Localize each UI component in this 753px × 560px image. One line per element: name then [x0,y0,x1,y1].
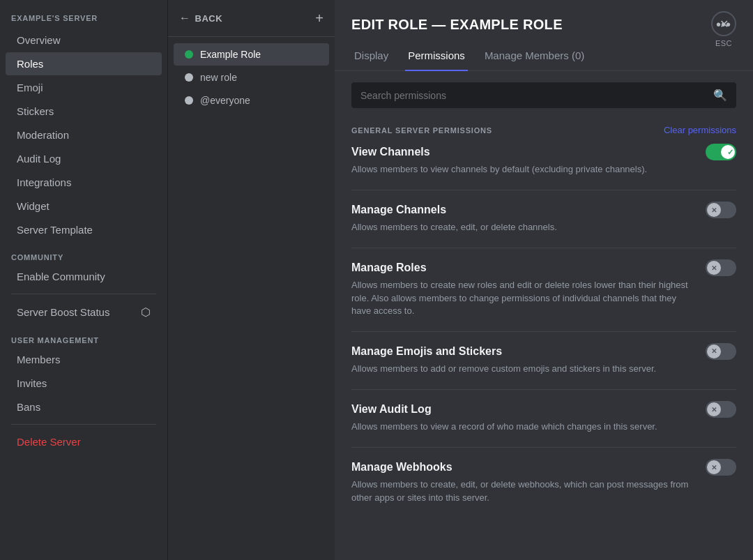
toggle-view-channels[interactable]: ✓ [706,144,736,160]
tab-manage-members[interactable]: Manage Members (0) [482,41,587,71]
permission-row-view-channels: View Channels ✓ [351,144,736,160]
role-item-example-role[interactable]: Example Role [174,43,329,66]
tabs: Display Permissions Manage Members (0) [335,41,753,71]
main-header: EDIT ROLE — EXAMPLE ROLE ••• [335,0,753,36]
user-management-section-label: User Management [0,325,167,347]
role-item-new-role[interactable]: new role [174,66,329,89]
sidebar-divider [11,294,156,294]
permission-row-view-audit: View Audit Log ✕ [351,401,736,418]
clear-permissions-button[interactable]: Clear permissions [664,125,736,135]
sidebar-item-overview[interactable]: Overview [6,29,162,52]
back-button[interactable]: ← BACK [179,12,222,24]
role-list: Example Role new role @everyone [168,37,335,118]
sidebar-item-emoji[interactable]: Emoji [6,76,162,99]
sidebar: Example's Server Overview Roles Emoji St… [0,0,167,560]
toggle-knob-x: ✕ [707,203,721,217]
permissions-content: General Server Permissions Clear permiss… [335,125,753,535]
sidebar-item-bans[interactable]: Bans [6,395,162,418]
permission-name-manage-roles: Manage Roles [351,262,427,274]
sidebar-item-stickers[interactable]: Stickers [6,100,162,123]
toggle-knob-roles-x: ✕ [707,261,721,275]
sidebar-item-widget[interactable]: Widget [6,195,162,218]
permission-row-manage-channels: Manage Channels ✕ [351,202,736,218]
sidebar-item-members[interactable]: Members [6,348,162,371]
permission-manage-emojis: Manage Emojis and Stickers ✕ Allows memb… [351,343,736,375]
toggle-manage-webhooks[interactable]: ✕ [706,459,736,476]
divider-1 [351,190,736,190]
permission-name-manage-webhooks: Manage Webhooks [351,461,452,474]
permission-desc-view-channels: Allows members to view channels by defau… [351,163,736,176]
back-arrow-icon: ← [179,12,191,24]
general-permissions-section-header: General Server Permissions Clear permiss… [351,125,736,135]
close-icon[interactable]: ✕ [711,11,736,36]
search-container: 🔍 [335,71,753,114]
sidebar-item-enable-community[interactable]: Enable Community [6,265,162,288]
tab-display[interactable]: Display [351,41,391,71]
search-bar: 🔍 [351,82,736,108]
toggle-manage-channels[interactable]: ✕ [706,202,736,218]
roles-header: ← BACK + [168,0,335,37]
permission-row-manage-emojis: Manage Emojis and Stickers ✕ [351,343,736,360]
permission-view-channels: View Channels ✓ Allows members to view c… [351,144,736,176]
delete-server-button[interactable]: Delete Server [6,430,162,453]
toggle-manage-roles[interactable]: ✕ [706,259,736,276]
permission-view-audit-log: View Audit Log ✕ Allows members to view … [351,401,736,433]
search-input[interactable] [360,90,708,101]
toggle-knob-webhooks-x: ✕ [707,460,721,474]
permission-name-manage-channels: Manage Channels [351,204,446,216]
divider-4 [351,389,736,390]
role-dot-new [185,73,193,82]
divider-5 [351,447,736,448]
add-role-button[interactable]: + [315,11,324,25]
permission-name-view-channels: View Channels [351,146,430,158]
permission-manage-channels: Manage Channels ✕ Allows members to crea… [351,202,736,234]
toggle-view-audit[interactable]: ✕ [706,401,736,418]
sidebar-item-server-template[interactable]: Server Template [6,218,162,241]
sidebar-item-invites[interactable]: Invites [6,372,162,395]
permission-row-manage-webhooks: Manage Webhooks ✕ [351,459,736,476]
permission-desc-manage-emojis: Allows members to add or remove custom e… [351,363,736,375]
sidebar-item-moderation[interactable]: Moderation [6,123,162,146]
sidebar-item-boost-status[interactable]: Server Boost Status ⬡ [6,300,162,324]
sidebar-item-audit-log[interactable]: Audit Log [6,147,162,170]
sidebar-item-roles[interactable]: Roles [6,52,162,75]
boost-icon: ⬡ [141,305,151,319]
permission-desc-view-audit: Allows members to view a record of who m… [351,421,736,433]
permission-name-view-audit: View Audit Log [351,403,432,416]
role-dot-example [185,50,193,59]
toggle-knob-emojis-x: ✕ [707,345,721,358]
server-name: Example's Server [0,0,167,28]
permission-name-manage-emojis: Manage Emojis and Stickers [351,345,502,358]
toggle-knob-audit-x: ✕ [707,402,721,416]
permission-desc-manage-roles: Allows members to create new roles and e… [351,279,736,317]
sidebar-item-integrations[interactable]: Integrations [6,171,162,194]
role-dot-everyone [185,96,193,105]
search-icon: 🔍 [713,89,727,102]
page-title: EDIT ROLE — EXAMPLE ROLE [351,17,563,33]
permission-manage-roles: Manage Roles ✕ Allows members to create … [351,259,736,317]
permission-manage-webhooks: Manage Webhooks ✕ Allows members to crea… [351,459,736,504]
roles-panel: ← BACK + Example Role new role @everyone [167,0,335,560]
sidebar-divider-2 [11,424,156,425]
section-title-general: General Server Permissions [351,126,492,135]
main-panel: EDIT ROLE — EXAMPLE ROLE ••• ✕ ESC Displ… [335,0,753,560]
permission-desc-manage-channels: Allows members to create, edit, or delet… [351,221,736,234]
divider-3 [351,331,736,332]
community-section-label: Community [0,242,167,264]
esc-button[interactable]: ✕ ESC [711,11,736,47]
tab-permissions[interactable]: Permissions [405,41,468,71]
check-icon: ✓ [727,148,733,157]
toggle-manage-emojis[interactable]: ✕ [706,343,736,360]
role-item-everyone[interactable]: @everyone [174,89,329,112]
permission-desc-manage-webhooks: Allows members to create, edit, or delet… [351,478,736,504]
permission-row-manage-roles: Manage Roles ✕ [351,259,736,276]
divider-2 [351,248,736,248]
